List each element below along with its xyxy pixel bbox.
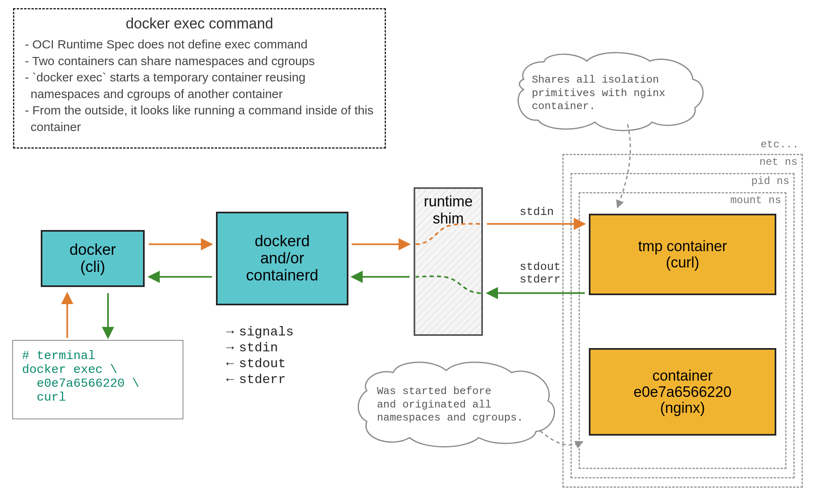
stream-label: stdout (239, 356, 286, 371)
stdin-label: stdin (520, 206, 554, 218)
stream-label: signals (239, 324, 293, 340)
cloud-bottom-text: Was started before and originated all na… (377, 385, 523, 425)
etc-label: etc... (742, 138, 803, 151)
nginx-container-box: container e0e7a6566220 (nginx) (589, 348, 776, 436)
info-box-title: docker exec command (25, 15, 374, 32)
arrow-glyph: → (226, 324, 234, 340)
info-bullet: - OCI Runtime Spec does not define exec … (25, 36, 374, 53)
info-bullet: - Two containers can share namespaces an… (25, 53, 374, 70)
runtime-shim-box: runtime shim (414, 187, 483, 336)
info-bullet: - `docker exec` starts a temporary conta… (25, 69, 374, 102)
info-box-list: - OCI Runtime Spec does not define exec … (25, 36, 374, 135)
stream-arrows-list: →signals →stdin ←stdout ←stderr (226, 324, 294, 388)
arrow-glyph: ← (226, 372, 234, 387)
info-box: docker exec command - OCI Runtime Spec d… (13, 8, 386, 149)
stream-label: stderr (239, 372, 286, 387)
arrow-glyph: → (226, 340, 234, 355)
info-bullet: - From the outside, it looks like runnin… (25, 102, 374, 135)
dockerd-box: dockerd and/or containerd (216, 212, 348, 305)
stdout-stderr-label: stdout stderr (520, 261, 561, 286)
ns-mount-label: mount ns (580, 193, 785, 206)
docker-cli-box: docker (cli) (41, 230, 145, 287)
ns-pid-label: pid ns (572, 174, 793, 187)
tmp-container-box: tmp container (curl) (589, 214, 776, 295)
cloud-top-text: Shares all isolation primitives with ngi… (532, 73, 665, 113)
arrow-glyph: ← (226, 356, 234, 371)
stream-label: stdin (239, 340, 278, 355)
terminal-box: # terminal docker exec \ e0e7a6566220 \ … (12, 340, 183, 419)
ns-net-label: net ns (564, 155, 802, 168)
